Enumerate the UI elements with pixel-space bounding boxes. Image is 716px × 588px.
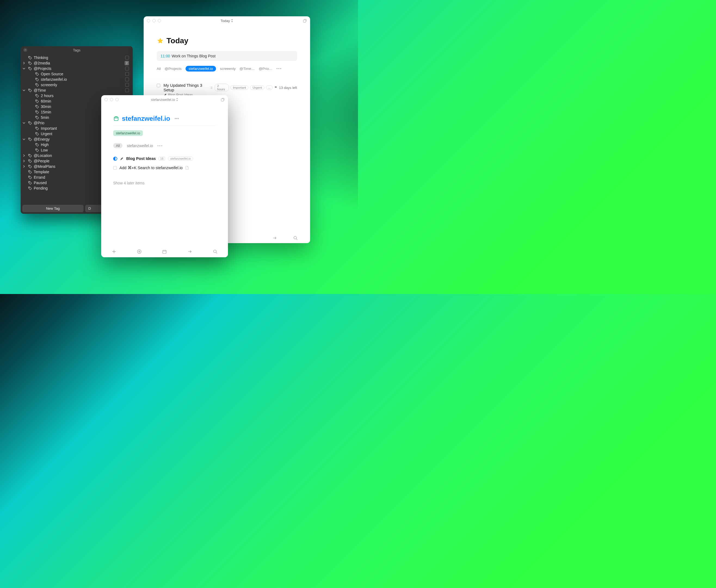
tag-icon: [35, 143, 39, 147]
tag-icon: [35, 77, 39, 82]
tag-label: Thinking: [34, 56, 124, 60]
project-filter-tag[interactable]: stefanzweifel.io: [127, 144, 153, 148]
tag-checkbox[interactable]: [125, 83, 129, 87]
search-icon[interactable]: [293, 236, 298, 240]
chevron-right-icon[interactable]: [22, 61, 26, 65]
filter-all[interactable]: All: [157, 67, 161, 71]
filter-prio[interactable]: @Prio…: [259, 67, 273, 71]
search-icon[interactable]: [210, 249, 220, 254]
chevron-right-icon[interactable]: [22, 153, 26, 158]
add-section-icon[interactable]: [134, 249, 145, 254]
tag-row[interactable]: @Time: [22, 88, 131, 93]
svg-rect-25: [303, 20, 306, 22]
tag-icon: [35, 110, 39, 114]
svg-rect-30: [163, 250, 167, 253]
tag-icon: [28, 159, 32, 163]
today-heading: Today: [157, 37, 297, 45]
tag-icon: [28, 121, 32, 125]
project-footer: [101, 246, 228, 257]
today-titlebar-label[interactable]: Today: [220, 19, 230, 23]
new-window-icon[interactable]: [220, 97, 225, 102]
tag-icon: [28, 175, 32, 180]
chevron-spacer: [29, 148, 33, 152]
svg-point-22: [29, 176, 29, 177]
chevron-down-icon[interactable]: [22, 137, 26, 142]
calendar-event[interactable]: 11:00Work on Things Blog Post: [157, 51, 297, 61]
show-later-button[interactable]: Show 4 later items: [113, 181, 216, 185]
project-filter-all[interactable]: All: [113, 143, 122, 148]
svg-point-26: [294, 236, 296, 239]
chevron-down-icon[interactable]: [22, 88, 26, 92]
project-body: stefanzweifel.io ••• stefanzweifel.io Al…: [101, 104, 228, 246]
chevron-spacer: [22, 170, 26, 174]
svg-point-24: [29, 187, 29, 188]
new-window-icon[interactable]: [302, 19, 307, 23]
tag-row[interactable]: screeenly: [22, 82, 131, 88]
jump-icon[interactable]: [185, 249, 195, 254]
chevron-down-icon[interactable]: [22, 121, 26, 125]
new-tag-button[interactable]: New Tag: [22, 205, 84, 212]
tag-checkbox[interactable]: [125, 56, 129, 60]
chevron-spacer: [29, 99, 33, 103]
chevron-spacer: [29, 77, 33, 82]
heading-more-icon[interactable]: •••: [174, 116, 179, 121]
filter-time[interactable]: @Time…: [239, 67, 255, 71]
task-checkbox[interactable]: [113, 166, 117, 170]
tag-row[interactable]: stefanzweifel.io: [22, 77, 131, 82]
event-time: 11:00: [161, 54, 170, 58]
tag-row[interactable]: Thinking: [22, 55, 131, 60]
project-filter-more-icon[interactable]: •••: [157, 144, 163, 148]
subproject-tag[interactable]: stefanzweifel.io: [168, 156, 193, 161]
tag-icon: [35, 83, 39, 87]
tag-row[interactable]: @2media2: [22, 60, 131, 66]
chevron-right-icon[interactable]: [22, 164, 26, 169]
project-subproject-row[interactable]: Blog Post Ideas 16 stefanzweifel.io: [113, 156, 216, 161]
chevron-spacer: [29, 115, 33, 120]
tag-icon: [35, 115, 39, 120]
close-icon[interactable]: ✕: [23, 48, 27, 52]
tag-checkbox[interactable]: [125, 78, 129, 81]
chevron-down-icon[interactable]: [22, 66, 26, 71]
project-task-row[interactable]: Add ⌘+K Search to stefanzweifel.io: [113, 166, 216, 170]
updown-icon[interactable]: [231, 19, 233, 22]
today-titlebar[interactable]: Today: [144, 16, 310, 25]
tag-checkbox[interactable]: [125, 72, 129, 76]
tag-checkbox[interactable]: [125, 67, 129, 70]
project-task-title: Add ⌘+K Search to stefanzweifel.io: [120, 166, 183, 170]
svg-point-4: [36, 78, 37, 79]
filter-more-icon[interactable]: •••: [276, 67, 282, 71]
task-tag-important[interactable]: Important: [230, 85, 249, 90]
add-icon[interactable]: [108, 249, 120, 254]
task-tag-2hours[interactable]: 2 hours: [215, 84, 229, 91]
chevron-right-icon[interactable]: [22, 159, 26, 163]
jump-icon[interactable]: [273, 236, 277, 240]
tag-row[interactable]: @Projects: [22, 66, 131, 71]
project-area-tag[interactable]: stefanzweifel.io: [113, 130, 143, 136]
project-titlebar-label[interactable]: stefanzweifel.io: [151, 98, 175, 102]
calendar-icon[interactable]: [159, 249, 170, 254]
chevron-spacer: [22, 56, 26, 60]
task-checkbox[interactable]: [157, 84, 160, 87]
tags-titlebar[interactable]: ✕ Tags: [21, 46, 133, 54]
chevron-spacer: [29, 143, 33, 147]
updown-icon[interactable]: [176, 98, 178, 101]
tag-icon: [28, 170, 32, 174]
filter-projects[interactable]: @Projects: [165, 67, 182, 71]
tag-label: stefanzweifel.io: [41, 77, 124, 82]
divider: [113, 126, 216, 126]
tag-row[interactable]: Open Source: [22, 71, 131, 77]
note-icon: [185, 166, 189, 170]
task-title: My Updated Things 3 Setup: [164, 83, 208, 92]
project-titlebar[interactable]: stefanzweifel.io: [101, 95, 228, 104]
task-row[interactable]: My Updated Things 3 Setup 2 hours Import…: [157, 83, 297, 97]
project-heading-text: stefanzweifel.io: [122, 115, 170, 122]
area-icon: [113, 115, 119, 122]
pen-icon: [120, 157, 124, 161]
svg-point-5: [36, 84, 37, 84]
task-tag-more[interactable]: …: [266, 85, 273, 90]
tag-checkbox[interactable]: [125, 88, 129, 92]
svg-point-21: [29, 171, 29, 171]
filter-active-pill[interactable]: stefanzweifel.io: [186, 66, 216, 71]
filter-screeenly[interactable]: screeenly: [220, 67, 236, 71]
task-tag-urgent[interactable]: Urgent: [250, 85, 265, 90]
